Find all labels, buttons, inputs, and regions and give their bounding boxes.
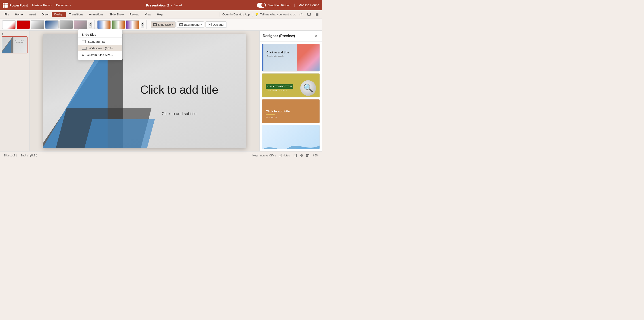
widescreen-size-option[interactable]: Widescreen (16:9): [78, 45, 122, 51]
theme-scroll-down[interactable]: ▼: [88, 25, 92, 27]
designer-preview-1[interactable]: Click to add title Click to add subtitle: [262, 44, 320, 71]
designer-preview-4[interactable]: [262, 125, 320, 149]
theme-thumb-3[interactable]: [31, 20, 44, 29]
breadcrumb-docs: Documents: [56, 3, 71, 7]
dp4-bg: [262, 125, 320, 149]
dp1-text-area: Click to add title Click to add subtitle: [266, 51, 289, 57]
svg-rect-8: [300, 154, 301, 155]
ribbon-tools: Slide Size ▾ Background ▾ Designer: [151, 21, 227, 28]
blue-bottom-shape: [83, 119, 155, 148]
svg-rect-1: [154, 23, 156, 26]
close-designer-button[interactable]: ×: [314, 33, 319, 39]
designer-title: Designer (Preview): [263, 34, 295, 38]
custom-size-option[interactable]: ⚙ Custom Slide Size...: [78, 51, 122, 58]
background-chevron: ▾: [200, 23, 202, 26]
normal-view-button[interactable]: [292, 153, 298, 158]
theme-thumb-4[interactable]: [45, 20, 58, 29]
svg-rect-10: [300, 156, 301, 157]
dp2-text-area: CLICK TO ADD TITLE CLICK TO ADD SUBTITLE: [266, 84, 294, 92]
designer-preview-2[interactable]: CLICK TO ADD TITLE CLICK TO ADD SUBTITLE…: [262, 73, 320, 97]
theme-thumb-1[interactable]: [2, 20, 16, 29]
menu-draw[interactable]: Draw: [39, 12, 51, 17]
notes-label: Notes: [283, 154, 290, 157]
dp2-title: CLICK TO ADD TITLE: [266, 84, 294, 89]
designer-preview-3[interactable]: Click to add title Sit to set title: [262, 99, 320, 123]
simplified-ribbon-label: Simplified Ribbon: [268, 3, 290, 7]
slide-sorter-button[interactable]: [299, 153, 304, 158]
tell-me-text[interactable]: Tell me what you want to do: [260, 13, 296, 16]
comments-icon[interactable]: [306, 11, 312, 18]
theme-scroll-up[interactable]: ▲: [88, 22, 92, 24]
status-right: Help Improve Office Notes 66%: [252, 153, 318, 158]
main-area: 1 Click to add titleClick to add subtitl…: [0, 31, 322, 151]
dropdown-header: Slide Size: [78, 31, 122, 37]
designer-panel: Designer (Preview) × Click to add title …: [260, 31, 322, 151]
menu-insert[interactable]: Insert: [26, 12, 39, 17]
theme-thumb-2[interactable]: [16, 20, 30, 29]
wave-svg: [262, 141, 320, 149]
app-grid-icon[interactable]: [3, 3, 8, 7]
variant-scroll: ▲ ▼: [141, 22, 144, 27]
simplified-ribbon-toggle-container: Simplified Ribbon: [257, 3, 290, 7]
view-buttons: [292, 153, 310, 158]
dp3-subtitle: Sit to set title: [266, 116, 316, 118]
menu-review[interactable]: Review: [127, 12, 142, 17]
background-button[interactable]: Background ▾: [177, 21, 204, 28]
slide-number: 1: [2, 33, 28, 35]
slide-canvas[interactable]: Click to add title Click to add subtitle: [43, 34, 246, 148]
dp1-blue-accent: [262, 44, 264, 71]
menu-animations[interactable]: Animations: [86, 12, 106, 17]
widescreen-size-label: Widescreen (16:9): [89, 46, 112, 50]
slide-thumbnail-1[interactable]: Click to add titleClick to add subtitle: [2, 36, 28, 53]
menu-file[interactable]: File: [2, 12, 12, 17]
simplified-ribbon-toggle[interactable]: [257, 3, 266, 7]
variant-theme-3[interactable]: [126, 20, 139, 29]
theme-thumb-5[interactable]: [60, 20, 73, 29]
zoom-level: 66%: [313, 154, 318, 157]
menu-home[interactable]: Home: [12, 12, 26, 17]
dp1-title: Click to add title: [266, 51, 289, 54]
slide-title-placeholder[interactable]: Click to add title: [126, 83, 233, 96]
menu-design[interactable]: Design: [52, 12, 66, 17]
reading-view-button[interactable]: [305, 153, 310, 158]
gear-icon: ⚙: [82, 53, 84, 56]
menu-help[interactable]: Help: [154, 12, 166, 17]
menu-slideshow[interactable]: Slide Show: [106, 12, 126, 17]
variant-scroll-down[interactable]: ▼: [141, 25, 144, 27]
help-improve-text[interactable]: Help Improve Office: [252, 154, 276, 157]
svg-rect-4: [279, 154, 282, 157]
svg-rect-0: [308, 13, 310, 15]
designer-button[interactable]: Designer: [206, 21, 227, 28]
dp1-bg: Click to add title Click to add subtitle: [262, 44, 320, 71]
slide-subtitle-placeholder[interactable]: Click to add subtitle: [126, 111, 233, 116]
more-options-icon[interactable]: [314, 11, 320, 18]
variant-theme-2[interactable]: [112, 20, 125, 29]
background-label: Background: [184, 23, 200, 26]
variant-theme-1[interactable]: [97, 20, 111, 29]
theme-thumb-6[interactable]: [74, 20, 87, 29]
dp3-bg: Click to add title Sit to set title: [262, 99, 320, 123]
variant-themes: ▲ ▼: [97, 20, 144, 29]
open-desktop-button[interactable]: Open in Desktop App: [220, 12, 253, 17]
theme-thumbnails: ▲ ▼: [2, 20, 92, 29]
svg-rect-9: [302, 154, 303, 155]
menu-view[interactable]: View: [142, 12, 154, 17]
ribbon-separator-2: [146, 20, 147, 29]
designer-label: Designer: [213, 23, 224, 26]
variant-scroll-up[interactable]: ▲: [141, 22, 144, 24]
share-icon[interactable]: [298, 11, 304, 18]
app-name: PowerPoint: [10, 3, 28, 7]
designer-previews: Click to add title Click to add subtitle…: [260, 41, 322, 151]
theme-scroll: ▲ ▼: [88, 22, 92, 27]
notes-icon: [279, 154, 282, 157]
slide-mini-preview: Click to add titleClick to add subtitle: [2, 37, 27, 53]
svg-rect-2: [180, 23, 183, 26]
dp2-image: 🔍: [300, 80, 316, 96]
slide-info: Slide 1 of 1: [4, 154, 17, 157]
slide-size-button[interactable]: Slide Size ▾: [151, 21, 176, 28]
magnifier-icon: 🔍: [303, 83, 313, 93]
menu-transitions[interactable]: Transitions: [66, 12, 86, 17]
notes-button[interactable]: Notes: [279, 154, 290, 157]
standard-size-option[interactable]: Standard (4:3): [78, 38, 122, 45]
slide-size-dropdown: Slide Size Standard (4:3) Widescreen (16…: [78, 29, 122, 60]
